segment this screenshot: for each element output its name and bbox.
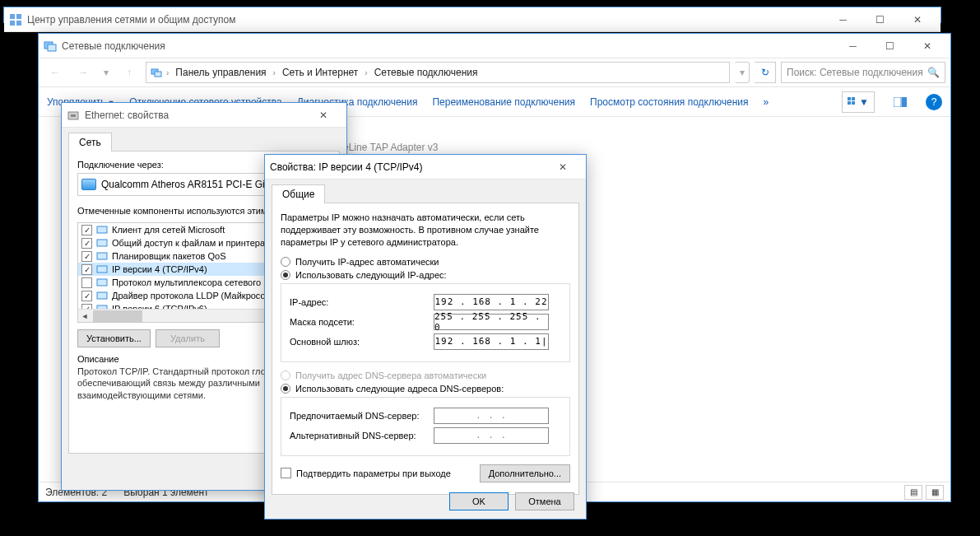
component-label: Общий доступ к файлам и принтерам (112, 238, 272, 248)
checkbox-icon[interactable]: ✓ (81, 225, 92, 235)
back-button[interactable]: ← (44, 61, 67, 84)
subnet-mask-input[interactable]: 255 . 255 . 255 . 0 (434, 314, 549, 330)
search-icon[interactable]: 🔍 (927, 67, 940, 78)
search-placeholder: Поиск: Сетевые подключения (787, 67, 923, 78)
svg-rect-2 (10, 21, 15, 26)
tab-general[interactable]: Общие (272, 184, 325, 203)
breadcrumb-item[interactable]: Панель управления (172, 65, 269, 80)
svg-rect-15 (71, 114, 76, 117)
radio-label: Использовать следующий IP-адрес: (295, 270, 447, 280)
gateway-input[interactable]: 192 . 168 . 1 . 1| (434, 333, 549, 350)
svg-rect-12 (894, 97, 901, 107)
maximize-button[interactable]: ☐ (871, 34, 908, 58)
breadcrumb[interactable]: › Панель управления › Сеть и Интернет › … (146, 62, 730, 83)
checkbox-icon[interactable]: ✓ (81, 251, 92, 262)
radio-label: Получить IP-адрес автоматически (295, 257, 439, 267)
confirm-checkbox[interactable]: Подтвердить параметры при выходе (281, 468, 451, 478)
adapter-label: eLine TAP Adapter v3 (343, 142, 438, 153)
advanced-button[interactable]: Дополнительно... (480, 464, 570, 482)
dns2-input[interactable]: . . . (434, 427, 549, 444)
more-menu[interactable]: » (764, 96, 769, 108)
svg-rect-20 (97, 279, 107, 286)
radio-manual-dns[interactable]: Использовать следующие адреса DNS-сервер… (281, 384, 570, 394)
component-icon (95, 290, 109, 301)
component-icon (95, 224, 109, 235)
close-button[interactable]: ✕ (908, 34, 945, 58)
svg-rect-10 (848, 101, 851, 105)
large-icons-view-icon[interactable]: ▦ (926, 485, 944, 500)
titlebar[interactable]: Ethernet: свойства ✕ (62, 103, 346, 128)
close-button[interactable]: ✕ (304, 103, 341, 127)
tab-panel: Параметры IP можно назначать автоматичес… (272, 203, 579, 495)
chevron-right-icon[interactable]: › (273, 68, 276, 77)
adapter-icon (81, 179, 96, 190)
component-icon (95, 263, 109, 275)
dns-fieldset: Предпочитаемый DNS-сервер: . . . Альтерн… (281, 397, 570, 456)
minimize-button[interactable]: ─ (834, 34, 871, 58)
titlebar[interactable]: Свойства: IP версии 4 (TCP/IPv4) ✕ (265, 155, 586, 179)
scroll-left-icon[interactable]: ◄ (78, 310, 91, 323)
install-button[interactable]: Установить... (77, 329, 151, 347)
svg-rect-18 (97, 253, 107, 259)
ok-button[interactable]: OK (449, 492, 509, 510)
component-label: Протокол мультиплексора сетевого (112, 277, 261, 287)
dialog-title: Свойства: IP версии 4 (TCP/IPv4) (270, 161, 544, 173)
close-button[interactable]: ✕ (544, 155, 581, 179)
view-mode-button[interactable]: ▼ (842, 91, 875, 113)
close-button[interactable]: ✕ (899, 7, 936, 31)
radio-label: Получить адрес DNS-сервера автоматически (295, 371, 486, 380)
component-icon (95, 277, 109, 288)
chevron-right-icon[interactable]: › (365, 68, 367, 77)
titlebar[interactable]: Сетевые подключения ─ ☐ ✕ (39, 34, 950, 58)
view-status-button[interactable]: Просмотр состояния подключения (590, 96, 748, 108)
window-title: Центр управления сетями и общим доступом (27, 14, 824, 26)
ip-address-input[interactable]: 192 . 168 . 1 . 22 (434, 294, 549, 310)
tab-strip: Общие (265, 179, 586, 203)
preview-pane-button[interactable] (889, 91, 911, 113)
rename-button[interactable]: Переименование подключения (432, 96, 575, 108)
checkbox-icon (281, 468, 291, 478)
help-button[interactable]: ? (926, 94, 942, 110)
svg-rect-0 (10, 14, 15, 19)
maximize-button[interactable]: ☐ (862, 7, 899, 31)
up-button[interactable]: ↑ (118, 61, 141, 84)
forward-button[interactable]: → (72, 61, 95, 84)
app-icon (44, 40, 57, 53)
ipv4-properties-dialog: Свойства: IP версии 4 (TCP/IPv4) ✕ Общие… (264, 154, 587, 520)
dns1-input[interactable]: . . . (434, 408, 549, 424)
breadcrumb-item[interactable]: Сеть и Интернет (279, 65, 361, 80)
radio-manual-ip[interactable]: Использовать следующий IP-адрес: (281, 270, 570, 280)
svg-rect-17 (97, 240, 107, 246)
adapter-name: Qualcomm Atheros AR8151 PCI-E Gigabit (101, 179, 286, 190)
confirm-label: Подтвердить параметры при выходе (296, 468, 451, 478)
refresh-button[interactable]: ↻ (755, 62, 776, 83)
ip-fieldset: IP-адрес: 192 . 168 . 1 . 22 Маска подсе… (281, 283, 570, 362)
search-input[interactable]: Поиск: Сетевые подключения 🔍 (781, 62, 945, 83)
titlebar[interactable]: Центр управления сетями и общим доступом… (4, 7, 941, 32)
svg-rect-11 (852, 101, 855, 105)
radio-icon (281, 371, 290, 380)
app-icon (9, 13, 22, 26)
radio-auto-ip[interactable]: Получить IP-адрес автоматически (281, 257, 570, 267)
radio-icon (281, 384, 290, 394)
recent-button[interactable]: ▾ (100, 61, 113, 84)
breadcrumb-icon (150, 66, 163, 79)
checkbox-icon[interactable]: ✓ (81, 291, 92, 301)
dns1-label: Предпочитаемый DNS-сервер: (290, 411, 434, 421)
checkbox-icon[interactable] (81, 277, 92, 288)
tab-network[interactable]: Сеть (68, 133, 112, 151)
component-icon (95, 250, 109, 262)
chevron-right-icon[interactable]: › (166, 68, 169, 77)
checkbox-icon[interactable]: ✓ (81, 238, 92, 249)
tab-strip: Сеть (62, 128, 346, 151)
details-view-icon[interactable]: ▤ (904, 485, 922, 500)
minimize-button[interactable]: ─ (824, 7, 862, 31)
radio-icon (281, 257, 290, 267)
history-dropdown[interactable]: ▾ (735, 62, 750, 83)
checkbox-icon[interactable]: ✓ (81, 264, 92, 275)
gateway-label: Основной шлюз: (290, 337, 434, 347)
scroll-thumb[interactable] (93, 310, 142, 322)
cancel-button[interactable]: Отмена (515, 492, 574, 510)
breadcrumb-item[interactable]: Сетевые подключения (371, 65, 481, 80)
component-icon (95, 237, 109, 249)
